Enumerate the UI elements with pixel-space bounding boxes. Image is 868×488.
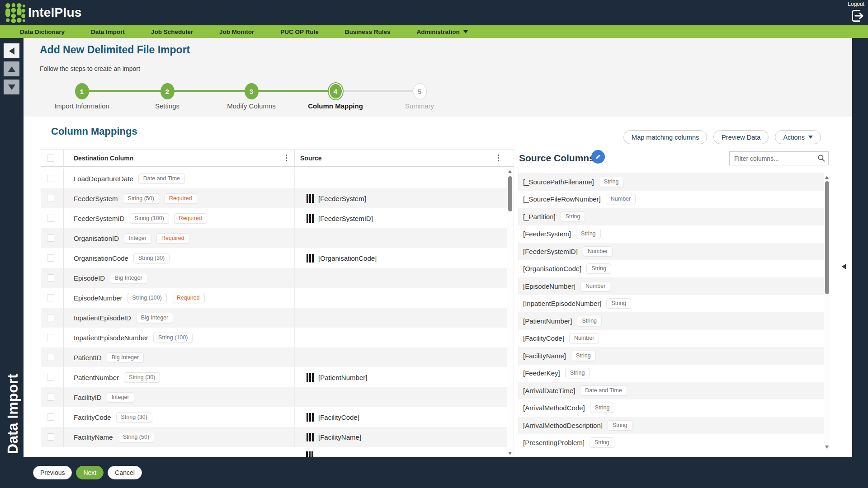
actions-dropdown-button[interactable]: Actions bbox=[775, 130, 821, 144]
section-heading: Column Mappings bbox=[51, 126, 137, 137]
nav-item[interactable]: Administration bbox=[416, 28, 467, 35]
scrollbar-up-icon[interactable] bbox=[825, 176, 829, 179]
mapped-source-cell[interactable] bbox=[294, 347, 507, 367]
source-column-item[interactable]: [PatientNumber] String bbox=[518, 312, 824, 330]
drag-handle-icon[interactable] bbox=[307, 194, 314, 203]
source-column-item[interactable]: [InpatientEpisodeNumber] String bbox=[518, 295, 824, 313]
nav-item[interactable]: Data Import bbox=[91, 28, 125, 35]
scrollbar-thumb[interactable] bbox=[508, 176, 512, 211]
wizard-step[interactable]: 2 Settings bbox=[122, 83, 212, 110]
source-column-item[interactable]: [ArrivalMethodDescription] String bbox=[518, 417, 824, 434]
mapped-source-cell[interactable]: [FeederSystemID] bbox=[294, 208, 507, 228]
type-badge: String (50) bbox=[118, 432, 154, 442]
drag-handle-icon[interactable] bbox=[307, 373, 314, 382]
mapped-source-cell[interactable] bbox=[294, 268, 507, 288]
source-column-item[interactable]: [_SourceFileRowNumber] Number bbox=[518, 191, 824, 208]
scroll-down-button[interactable] bbox=[4, 80, 19, 94]
row-checkbox[interactable] bbox=[47, 274, 54, 282]
mapped-source-cell[interactable] bbox=[294, 169, 507, 188]
row-checkbox[interactable] bbox=[47, 235, 54, 242]
source-column-item[interactable]: [FeederKey] String bbox=[518, 365, 824, 382]
wizard-step[interactable]: 3 Modify Columns bbox=[206, 83, 297, 110]
destination-column-menu-icon[interactable] bbox=[284, 153, 289, 163]
mapped-source-cell[interactable]: [OrganisationCode] bbox=[294, 248, 507, 268]
source-column-item[interactable]: [_SourcePathFilename] String bbox=[518, 173, 824, 191]
edit-source-columns-button[interactable] bbox=[591, 150, 605, 164]
map-matching-columns-button[interactable]: Map matching columns bbox=[623, 130, 707, 144]
source-column-item[interactable]: [OrganisationCode] String bbox=[518, 260, 824, 278]
wizard-step[interactable]: 5 Summary bbox=[374, 83, 465, 110]
source-column-menu-icon[interactable] bbox=[496, 153, 501, 163]
cancel-button[interactable]: Cancel bbox=[108, 466, 142, 479]
scrollbar-thumb[interactable] bbox=[825, 181, 829, 294]
scrollbar-down-icon[interactable] bbox=[825, 446, 829, 449]
row-checkbox[interactable] bbox=[47, 354, 54, 361]
search-icon[interactable] bbox=[817, 154, 826, 164]
filter-columns-input[interactable] bbox=[729, 151, 829, 165]
row-checkbox[interactable] bbox=[47, 294, 54, 301]
wizard-step[interactable]: 1 Import Information bbox=[37, 83, 127, 110]
drag-handle-icon[interactable] bbox=[307, 433, 314, 441]
row-checkbox[interactable] bbox=[47, 374, 54, 381]
mapped-source-cell[interactable]: [FeederSystem] bbox=[294, 188, 507, 208]
nav-item[interactable]: Job Scheduler bbox=[151, 28, 193, 35]
scrollbar-up-icon[interactable] bbox=[508, 170, 512, 173]
mapped-source-cell[interactable]: [FacilityName] bbox=[294, 427, 507, 447]
nav-item[interactable]: PUC OP Rule bbox=[280, 28, 319, 35]
next-button[interactable]: Next bbox=[76, 466, 104, 479]
row-checkbox[interactable] bbox=[47, 413, 54, 421]
row-checkbox[interactable] bbox=[47, 314, 54, 321]
drag-handle-icon[interactable] bbox=[307, 254, 314, 263]
nav-item[interactable]: Job Monitor bbox=[219, 28, 254, 35]
row-checkbox[interactable] bbox=[47, 215, 54, 222]
mapped-source-cell[interactable] bbox=[294, 387, 507, 407]
source-column-name: [FacilityName] bbox=[523, 352, 566, 360]
scrollbar-down-icon[interactable] bbox=[508, 452, 512, 455]
step-label: Summary bbox=[374, 102, 465, 110]
source-column-item[interactable]: [FeederSystemID] Number bbox=[518, 243, 824, 260]
source-column-name: [EpisodeNumber] bbox=[523, 282, 576, 290]
nav-item[interactable]: Business Rules bbox=[345, 28, 391, 35]
previous-button[interactable]: Previous bbox=[33, 466, 72, 479]
wizard-step[interactable]: 4 Column Mapping bbox=[290, 83, 381, 110]
logout-icon[interactable] bbox=[849, 8, 865, 23]
type-badge: Number bbox=[569, 333, 599, 343]
source-column-item[interactable]: [ArrivalDateTime] Date and Time bbox=[518, 382, 824, 399]
preview-data-button[interactable]: Preview Data bbox=[713, 130, 769, 144]
source-column-item[interactable]: [PresentingProblem] String bbox=[518, 434, 824, 452]
intelplus-logo-icon bbox=[5, 2, 25, 23]
destination-column-name: InpatientEpisodeNumber bbox=[74, 334, 148, 342]
source-column-item[interactable]: [FacilityCode] Number bbox=[518, 330, 824, 347]
drag-handle-icon[interactable] bbox=[307, 413, 314, 422]
collapse-panel-icon[interactable] bbox=[842, 264, 846, 269]
page-title: Add New Delimited File Import bbox=[40, 44, 190, 56]
source-column-item[interactable]: [_Partition] String bbox=[518, 208, 824, 225]
row-checkbox[interactable] bbox=[47, 394, 54, 401]
mapped-source-cell[interactable]: [PatientNumber] bbox=[294, 367, 507, 387]
mapped-source-cell[interactable] bbox=[294, 328, 507, 347]
type-badge: String bbox=[565, 368, 590, 378]
row-checkbox[interactable] bbox=[47, 334, 54, 341]
table-scrollbar[interactable] bbox=[507, 167, 514, 457]
source-column-item[interactable]: [ArrivalMethodCode] String bbox=[518, 399, 824, 417]
mapped-source-cell[interactable] bbox=[294, 288, 507, 308]
source-column-item[interactable]: [FeederSystem] String bbox=[518, 225, 824, 243]
row-checkbox[interactable] bbox=[47, 433, 54, 441]
select-all-checkbox[interactable] bbox=[47, 155, 54, 162]
row-checkbox[interactable] bbox=[47, 254, 54, 262]
row-checkbox[interactable] bbox=[47, 195, 54, 202]
required-badge: Required bbox=[174, 213, 207, 224]
nav-item[interactable]: Data Dictionary bbox=[20, 28, 65, 35]
drag-handle-icon[interactable] bbox=[307, 214, 314, 223]
mapped-source-cell[interactable]: [FacilityCode] bbox=[294, 407, 507, 427]
scroll-up-button[interactable] bbox=[4, 61, 19, 76]
destination-column-name: InpatientEpisodeID bbox=[74, 314, 131, 322]
source-column-item[interactable]: [EpisodeNumber] Number bbox=[518, 277, 824, 295]
table-row: EpisodeNumber String (100) Required bbox=[41, 288, 507, 308]
source-column-item[interactable]: [FacilityName] String bbox=[518, 347, 824, 365]
source-list-scrollbar[interactable] bbox=[824, 173, 830, 451]
row-checkbox[interactable] bbox=[47, 175, 54, 182]
mapped-source-cell[interactable] bbox=[294, 228, 507, 248]
mapped-source-cell[interactable] bbox=[294, 308, 507, 328]
back-button[interactable] bbox=[4, 43, 19, 58]
